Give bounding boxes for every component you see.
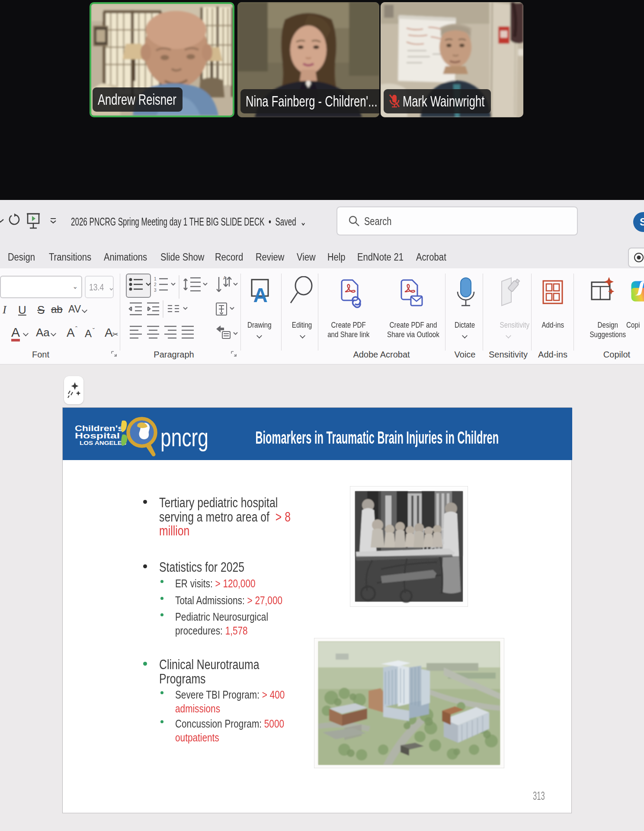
svg-text:1: 1 [154, 277, 157, 281]
svg-text:A: A [223, 275, 227, 280]
svg-text:LOS ANGELES: LOS ANGELES [80, 440, 126, 446]
svg-text:Hospital: Hospital [75, 431, 120, 440]
svg-text:2: 2 [154, 282, 157, 287]
svg-text:A: A [253, 284, 267, 305]
svg-text:3: 3 [154, 288, 157, 293]
